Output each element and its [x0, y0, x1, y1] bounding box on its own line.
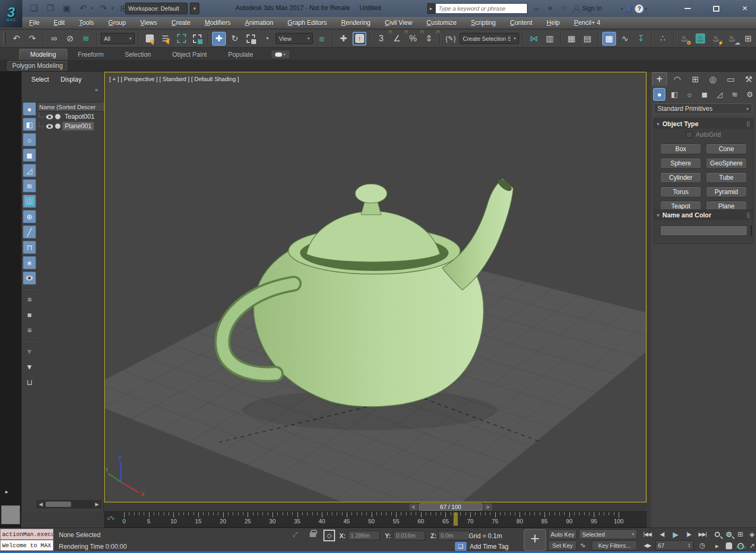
minimize-button[interactable]: [681, 2, 695, 15]
key-filters-button[interactable]: Key Filters...: [592, 540, 637, 550]
bind-to-space-warp-icon[interactable]: ≋: [79, 32, 93, 46]
undo-scene-button[interactable]: ↶: [10, 32, 23, 46]
ribbon-tab-freeform[interactable]: Freeform: [67, 49, 115, 60]
ribbon-tab-populate[interactable]: Populate: [217, 49, 263, 60]
absolute-mode-transform-button[interactable]: ◇: [323, 530, 335, 541]
add-time-tag-button[interactable]: Add Time Tag: [470, 543, 508, 550]
track-bar[interactable]: ≡∿ 0510152025303540455055606570758085909…: [104, 512, 647, 528]
category-spacewarps-button[interactable]: ≋: [728, 88, 741, 101]
z-coordinate-field[interactable]: 0.0m: [438, 531, 470, 540]
undo-button[interactable]: ↶: [77, 2, 90, 14]
menu-customize[interactable]: Customize: [427, 19, 457, 27]
sign-in-caret[interactable]: ▾: [621, 6, 623, 11]
ribbon-tab-modeling[interactable]: Modeling: [19, 49, 67, 60]
menu-edit[interactable]: Edit: [54, 19, 65, 27]
menu-help[interactable]: Help: [547, 19, 560, 27]
display-xrefs-toggle[interactable]: ⊕: [23, 210, 36, 223]
menu-views[interactable]: Views: [140, 19, 157, 27]
explorer-overflow-chevron[interactable]: »: [95, 86, 98, 93]
display-shapes-toggle[interactable]: ◧: [23, 118, 36, 131]
filter-config-button[interactable]: ▼: [23, 345, 36, 358]
display-particles-toggle[interactable]: ∗: [23, 256, 36, 269]
zoom-region-icon[interactable]: ▸: [711, 540, 723, 551]
listener-macro-line[interactable]: actionMan.execut: [0, 529, 54, 540]
rendered-frame-window-button[interactable]: ♨: [693, 32, 707, 46]
undo-dropdown-caret[interactable]: ▾: [91, 6, 93, 11]
display-spacewarps-toggle[interactable]: ≋: [23, 179, 36, 192]
redo-scene-button[interactable]: ↷: [25, 32, 39, 46]
toolbar-grip[interactable]: [3, 32, 6, 45]
menu-group[interactable]: Group: [108, 19, 126, 27]
explorer-menu-select[interactable]: Select: [31, 76, 49, 83]
display-helpers-toggle[interactable]: ◿: [23, 164, 36, 177]
tab-utilities[interactable]: ⚒: [741, 72, 756, 86]
exchange-apps-icon[interactable]: X: [626, 4, 631, 13]
object-type-rollout-header[interactable]: ▾ Object Type ⣿: [654, 119, 753, 129]
key-step-toggle[interactable]: ◀▶: [640, 540, 654, 550]
frame-spinner[interactable]: ▲▼: [688, 543, 691, 548]
menu-create[interactable]: Create: [171, 19, 190, 27]
ribbon-tab-object-paint[interactable]: Object Paint: [162, 49, 217, 60]
category-systems-button[interactable]: ⚙: [744, 88, 756, 101]
redo-button[interactable]: ↷: [97, 2, 110, 14]
sign-in-button[interactable]: Sign In: [582, 5, 602, 12]
scene-row-plane001[interactable]: Plane001: [37, 121, 104, 131]
spinner-snap-toggle[interactable]: ⇕∩: [422, 32, 436, 46]
container-view-button[interactable]: ⊔: [23, 375, 36, 389]
workspace-extra-dropdown[interactable]: ▾: [190, 3, 199, 14]
detail-view-button[interactable]: ≡: [23, 323, 36, 337]
rectangular-selection-region-button[interactable]: [174, 32, 188, 46]
visibility-eye-icon[interactable]: [46, 124, 53, 129]
scroll-left-arrow[interactable]: ◀: [37, 502, 45, 507]
ribbon-config-button[interactable]: ▾: [271, 50, 289, 58]
tab-hierarchy[interactable]: ⊞: [688, 72, 702, 86]
display-groups-toggle[interactable]: ◫: [23, 195, 36, 208]
x-coordinate-field[interactable]: 1.286m: [348, 531, 380, 540]
menu-civil-view[interactable]: Civil View: [385, 19, 412, 27]
zoom-all-icon[interactable]: [723, 529, 734, 540]
current-frame-field[interactable]: 67 ▲▼: [655, 540, 693, 550]
schematic-view-button[interactable]: ↧: [634, 32, 648, 46]
object-type-tube[interactable]: Tube: [706, 172, 747, 183]
category-shapes-button[interactable]: ◧: [668, 88, 680, 101]
display-geometry-toggle[interactable]: ●: [23, 102, 36, 116]
display-containers-toggle[interactable]: ⊓: [23, 241, 36, 254]
material-editor-button[interactable]: ⊞: [741, 32, 755, 46]
search-icon[interactable]: ∞: [531, 4, 542, 13]
align-button[interactable]: ▥: [543, 32, 557, 46]
next-frame-slider-button[interactable]: >: [484, 503, 492, 511]
layer-explorer-button[interactable]: ▦: [565, 32, 578, 46]
list-view-button[interactable]: ≡: [23, 293, 36, 306]
select-and-rotate-button[interactable]: ↻: [228, 32, 242, 46]
search-input[interactable]: [435, 3, 528, 14]
percent-snap-toggle[interactable]: %∩: [406, 32, 420, 46]
dock-handle-box[interactable]: [1, 505, 20, 524]
mirror-button[interactable]: ⋈: [527, 32, 541, 46]
explorer-menu-display[interactable]: Display: [60, 76, 81, 83]
menu-animation[interactable]: Animation: [245, 19, 273, 27]
visibility-eye-icon[interactable]: [46, 115, 53, 119]
object-name-input[interactable]: [660, 225, 748, 236]
open-mini-curve-editor-icon[interactable]: ≡∿: [107, 514, 115, 522]
y-coordinate-field[interactable]: 0.016m: [393, 531, 425, 540]
next-frame-button[interactable]: |▶: [683, 529, 695, 539]
menu-file[interactable]: File: [29, 19, 39, 27]
field-of-view-icon[interactable]: ◈: [746, 529, 756, 540]
named-selection-sets-dropdown[interactable]: Create Selection Se ▾: [460, 33, 519, 44]
time-tag-cube-icon[interactable]: ❏: [455, 542, 467, 551]
use-pivot-point-center-button[interactable]: ⧈: [315, 32, 329, 46]
polygon-modeling-panel-button[interactable]: Polygon Modeling: [7, 61, 67, 71]
menu-tools[interactable]: Tools: [79, 19, 94, 27]
category-cameras-button[interactable]: ◼: [698, 88, 710, 101]
scroll-track[interactable]: [45, 501, 93, 507]
select-and-link-icon[interactable]: ∞: [47, 32, 61, 46]
curve-editor-button[interactable]: ∿: [618, 32, 632, 46]
communication-center-icon[interactable]: ✶: [545, 4, 556, 13]
isolate-selection-icon[interactable]: ⤢: [293, 531, 300, 538]
listener-script-line[interactable]: Welcome to MAX: [0, 540, 54, 551]
snaps-toggle-3d[interactable]: 3∩: [374, 32, 388, 46]
object-type-cone[interactable]: Cone: [706, 144, 747, 154]
autogrid-checkbox[interactable]: [686, 131, 692, 138]
previous-frame-button[interactable]: ◀|: [656, 529, 668, 539]
set-keys-button[interactable]: +: [524, 529, 546, 551]
